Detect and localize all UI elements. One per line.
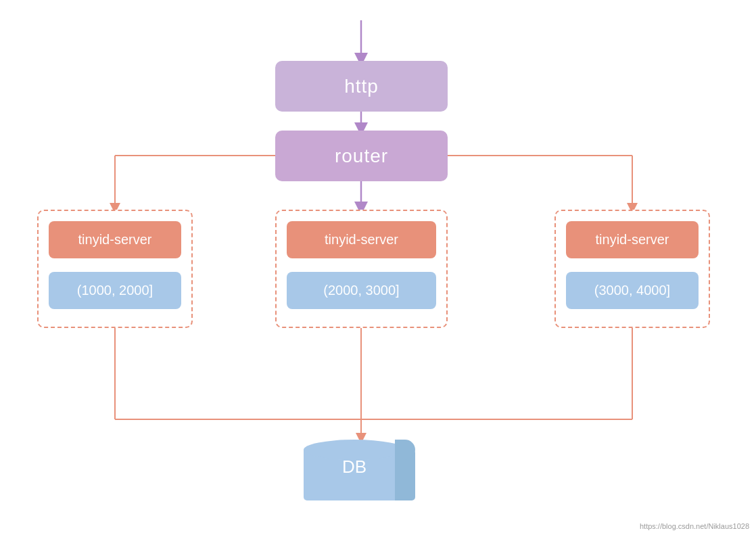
diagram-container: http router tinyid-server (1000, 2000] t… — [0, 0, 756, 537]
http-label: http — [344, 76, 379, 97]
http-node: http — [275, 61, 448, 112]
watermark: https://blog.csdn.net/Niklaus1028 — [640, 522, 749, 530]
server-group-left: tinyid-server (1000, 2000] — [37, 210, 193, 328]
server-name-center: tinyid-server — [287, 221, 436, 258]
server-name-left: tinyid-server — [49, 221, 181, 258]
router-node: router — [275, 131, 448, 181]
server-group-right: tinyid-server (3000, 4000] — [554, 210, 710, 328]
server-group-center: tinyid-server (2000, 3000] — [275, 210, 448, 328]
db-node: DB — [304, 440, 422, 507]
range-box-center: (2000, 3000] — [287, 272, 436, 309]
server-name-right: tinyid-server — [566, 221, 699, 258]
router-label: router — [335, 145, 388, 167]
range-box-right: (3000, 4000] — [566, 272, 699, 309]
range-box-left: (1000, 2000] — [49, 272, 181, 309]
db-label: DB — [304, 457, 405, 477]
